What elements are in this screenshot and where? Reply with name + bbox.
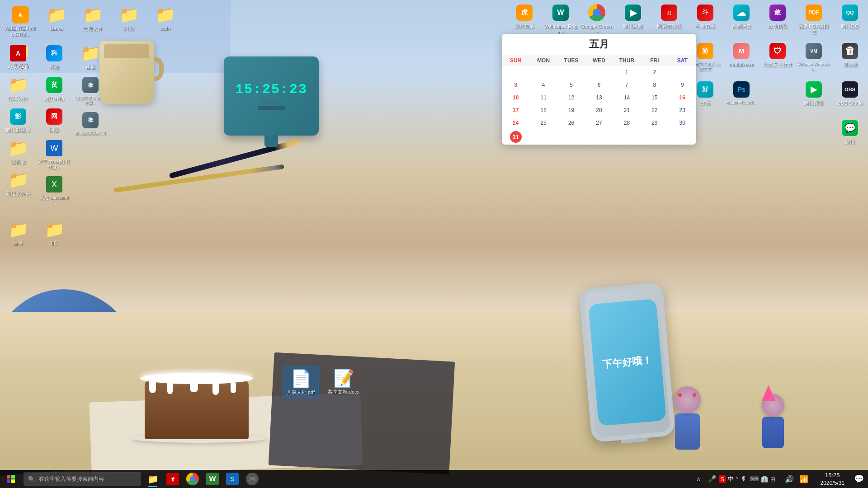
svg-rect-2: [7, 479, 10, 483]
desktop-icon-foxit-pdf[interactable]: PDF 福昕PDF编辑器: [796, 0, 832, 37]
desktop-icon-word-mmap[interactable]: W 迷于 mmap() 赶作业...: [36, 136, 72, 172]
taskbar-app-chrome[interactable]: [183, 470, 203, 488]
notification-center-button[interactable]: 💬: [850, 470, 868, 488]
desktop-icon-jiankao[interactable]: 📁 监考: [0, 217, 36, 249]
taskbar-app-unknown2[interactable]: 🎮: [242, 470, 262, 488]
desktop-icon-tencent-classroom[interactable]: ▶ 腾讯课堂: [796, 77, 832, 108]
desktop-icon-chrome[interactable]: Google Chrome: [579, 0, 615, 37]
desktop-icon-excel-new[interactable]: X 新建 Microsoft ...: [36, 172, 72, 208]
desktop-icon-obs[interactable]: OBS OBS Studio: [832, 77, 868, 108]
cal-cell: 18: [529, 104, 557, 117]
taskbar-app-unknown1[interactable]: S: [222, 470, 242, 488]
desktop-icon-csdn[interactable]: 📁 csdn: [147, 2, 183, 39]
cal-cell: 7: [613, 79, 641, 91]
desktop-icon-tencent-video[interactable]: 影 腾讯影视库: [0, 104, 36, 136]
desktop-icon-alientek[interactable]: A ALIENTEK MiniSTM...: [2, 2, 38, 39]
cal-cell: 30: [669, 117, 696, 129]
cal-cell: 12: [557, 91, 585, 104]
svg-rect-3: [11, 479, 15, 483]
cal-cell: 8: [641, 79, 668, 91]
mic2-icon[interactable]: 🎙: [741, 475, 747, 483]
tray-icon-shirt[interactable]: 👔: [761, 476, 768, 483]
cal-cell: 15: [641, 91, 668, 104]
desktop-icon-new-folder[interactable]: 📁 新建文件夹: [0, 167, 36, 199]
cal-header-fri: FRI: [641, 55, 668, 66]
desktop-icon-baidu-pan[interactable]: ☁ 百度网盘: [723, 0, 760, 37]
cal-cell: [585, 129, 613, 145]
taskbar-app-wps[interactable]: W: [203, 470, 222, 488]
desktop-icon-bianyi[interactable]: 📁 编译软件: [0, 72, 36, 104]
top-right-icons-row1: 虎 虎牙直播 W Wallpaper Engine Google Chrome …: [506, 0, 868, 37]
desktop-icon-autocad[interactable]: A AutoCAD: [0, 41, 36, 72]
show-hidden-icons-button[interactable]: ∧: [692, 470, 705, 488]
cal-cell: 27: [585, 117, 613, 129]
chibi-character-2: [753, 394, 793, 453]
desktop-icon-tencent-video-app[interactable]: ▶ 腾讯视频: [615, 0, 651, 37]
desktop-icon-matlab[interactable]: M matlab.exe: [723, 38, 760, 74]
desktop-icon-huorong[interactable]: 🛡 火绒安全软件: [760, 38, 796, 74]
cal-cell: [613, 129, 641, 145]
taskbar-app-navi[interactable]: 🗡: [163, 470, 183, 488]
tray-icon-grid[interactable]: ⊞: [770, 476, 775, 483]
cal-cell: [502, 66, 529, 79]
volume-icon[interactable]: 🔊: [782, 470, 797, 488]
desktop-icon-shared-pdf[interactable]: 📄 共享文档.pdf: [283, 366, 319, 398]
cal-cell: 28: [613, 117, 641, 129]
desktop-icon-wechat[interactable]: 💬 微信: [832, 115, 868, 147]
start-button[interactable]: [0, 470, 22, 488]
desktop-icon-netease-music[interactable]: ♫ 网易云音乐: [651, 0, 687, 37]
cal-cell: [585, 66, 613, 79]
phone-widget: 下午好哦！: [579, 282, 676, 446]
cal-header-thur: THUR: [613, 55, 641, 66]
chibi-character-1: [665, 386, 710, 454]
desktop-icon-qq[interactable]: QQ 腾讯QQ: [832, 0, 868, 37]
tray-separator2: [813, 474, 813, 483]
desktop-icon-kexie[interactable]: 科 科协: [36, 41, 72, 72]
cal-cell: 5: [557, 79, 585, 91]
cal-cell: 4: [529, 79, 557, 91]
search-placeholder-text: 在这里输入你要搜索的内容: [39, 475, 104, 483]
desktop-icon-liandong[interactable]: 敛 敛动精灵: [760, 0, 796, 37]
tray-separator: [780, 474, 780, 483]
network-icon[interactable]: 📶: [797, 470, 811, 488]
desktop-icon-iic[interactable]: 📁 IIC: [36, 217, 72, 249]
desktop-icon-wallpaper-engine[interactable]: W Wallpaper Engine: [542, 0, 579, 37]
cal-cell: 24: [502, 117, 529, 129]
cal-cell: 14: [613, 91, 641, 104]
desktop-icon-huya[interactable]: 虎 虎牙直播: [506, 0, 542, 37]
ime-chinese-icon[interactable]: 中: [728, 475, 734, 483]
desktop-icon-douyu[interactable]: 斗 斗鱼直播: [687, 0, 723, 37]
desktop-icon-game[interactable]: 📁 Game: [38, 2, 75, 39]
cal-cell: [557, 129, 585, 145]
cal-header-sat: SAT: [669, 55, 696, 66]
search-bar[interactable]: 🔍 在这里输入你要搜索的内容: [24, 472, 141, 486]
desktop-icon-vmware[interactable]: VM VMware Workstati...: [796, 38, 832, 74]
cal-cell: 3: [502, 79, 529, 91]
cal-cell: 20: [585, 104, 613, 117]
svg-rect-0: [7, 475, 10, 479]
desktop-icon-shared-docx[interactable]: 📝 共享文档.docx: [326, 366, 362, 398]
ime-sogou-icon[interactable]: S: [719, 475, 726, 483]
cal-cell: 13: [585, 91, 613, 104]
system-tray: ∧ 🎤 S 中 ° 🎙 ⌨ 👔 ⊞ 🔊 📶 15:25 2020/5/31 💬: [692, 470, 868, 488]
desktop-icon-kehual[interactable]: 📁 科划: [111, 2, 147, 39]
taskbar: 🔍 在这里输入你要搜索的内容 📁 🗡 W S 🎮: [0, 470, 868, 488]
mic-icon[interactable]: 🎤: [708, 475, 717, 483]
desktop-icon-online-class[interactable]: 网 网课: [36, 104, 72, 136]
windows-logo-icon: [7, 475, 15, 483]
desktop-icon-recycle-bin[interactable]: 🗑 回收站: [832, 38, 868, 74]
clock-time: 15:25: [825, 471, 840, 479]
desktop-icon-recent-files[interactable]: 📁 近期文件: [75, 2, 111, 39]
desktop-icon-poverty[interactable]: 贫 贫困补助: [36, 72, 72, 104]
desktop-icon-gossip2[interactable]: 微 第几次课课后 (2): [72, 108, 108, 139]
system-clock[interactable]: 15:25 2020/5/31: [815, 471, 850, 487]
cal-cell: 9: [669, 79, 696, 91]
cal-cell: 11: [529, 91, 557, 104]
desktop-icon-photoshop[interactable]: Ps Adobe Photosh...: [723, 77, 760, 108]
left-desktop-icons: A AutoCAD 📁 编译软件 影 腾讯影视库 📁 迷音包 📁 新建: [0, 41, 108, 249]
keyboard-icon[interactable]: ⌨: [750, 475, 759, 483]
taskbar-app-file-explorer[interactable]: 📁: [143, 470, 163, 488]
ime-punct-icon[interactable]: °: [736, 475, 739, 483]
desktop-icon-audio-pack[interactable]: 📁 迷音包: [0, 136, 36, 167]
cal-cell: 21: [613, 104, 641, 117]
